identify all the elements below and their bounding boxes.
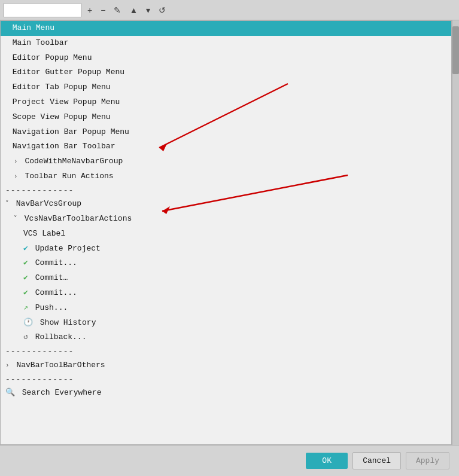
search-input[interactable]	[4, 3, 81, 17]
list-item[interactable]: Scope View Popup Menu	[1, 110, 451, 125]
list-item[interactable]: ✔ Commit...	[1, 256, 451, 271]
separator: -------------	[1, 184, 451, 197]
item-label: Commit...	[35, 258, 77, 267]
chevron-icon: ˅	[5, 199, 9, 210]
green-check-icon: ✔	[23, 287, 28, 300]
bottom-bar: OK Cancel Apply	[0, 445, 459, 476]
green-arrow-icon: ↗	[23, 302, 28, 315]
search-icon: 🔍	[5, 387, 15, 399]
add-button[interactable]: +	[85, 5, 95, 16]
list-item[interactable]: ✔ Commit...	[1, 286, 451, 301]
ok-button[interactable]: OK	[306, 453, 348, 469]
remove-button[interactable]: −	[98, 5, 108, 16]
edit-button[interactable]: ✎	[111, 5, 123, 16]
undo-icon: ↺	[23, 331, 28, 344]
chevron-icon: ›	[14, 172, 18, 182]
item-label: VcsNavBarToolbarActions	[25, 214, 132, 223]
item-label: Navigation Bar Toolbar	[13, 142, 115, 151]
move-up-button[interactable]: ▲	[127, 5, 140, 16]
list-item[interactable]: ✔ Update Project	[1, 242, 451, 257]
list-item[interactable]: ↗ Push...	[1, 301, 451, 316]
list-item[interactable]: Editor Popup Menu	[1, 51, 451, 66]
list-item[interactable]: Project View Popup Menu	[1, 95, 451, 110]
list-item[interactable]: Main Toolbar	[1, 36, 451, 51]
list-item[interactable]: › Toolbar Run Actions	[1, 169, 451, 184]
reset-button[interactable]: ↺	[156, 5, 168, 16]
item-label: Navigation Bar Popup Menu	[13, 127, 129, 136]
move-down-button[interactable]: ▾	[144, 5, 153, 16]
cancel-button[interactable]: Cancel	[352, 452, 401, 469]
list-item[interactable]: Main Menu	[1, 21, 451, 36]
green-check-icon: ✔	[23, 272, 28, 285]
item-label: Rollback...	[35, 332, 87, 341]
item-label: Editor Tab Popup Menu	[13, 83, 111, 91]
item-label: Main Toolbar	[13, 38, 69, 47]
list-item[interactable]: Editor Gutter Popup Menu	[1, 65, 451, 80]
list-item[interactable]: 🔍 Search Everywhere	[1, 386, 451, 401]
clock-icon: 🕐	[23, 317, 33, 329]
list-item[interactable]: Navigation Bar Toolbar	[1, 139, 451, 154]
item-label: Editor Gutter Popup Menu	[13, 68, 124, 77]
scrollbar[interactable]	[452, 20, 459, 445]
main-content: Main Menu Main Toolbar Editor Popup Menu…	[0, 20, 459, 445]
list-item[interactable]: 🕐 Show History	[1, 316, 451, 331]
list-item[interactable]: › CodeWithMeNavbarGroup	[1, 154, 451, 169]
item-label: Commit…	[35, 273, 68, 282]
list-item[interactable]: ˅ VcsNavBarToolbarActions	[1, 212, 451, 227]
item-label: Toolbar Run Actions	[25, 172, 113, 181]
item-label: Scope View Popup Menu	[13, 112, 111, 121]
tree-panel[interactable]: Main Menu Main Toolbar Editor Popup Menu…	[0, 20, 452, 445]
item-label: Push...	[35, 303, 68, 312]
scrollbar-thumb[interactable]	[452, 26, 459, 74]
list-item[interactable]: ˅ NavBarVcsGroup	[1, 197, 451, 212]
item-label: Project View Popup Menu	[13, 97, 120, 106]
item-label: Show History	[40, 318, 96, 327]
list-item[interactable]: ✔ Commit…	[1, 271, 451, 286]
chevron-icon: ˅	[14, 214, 17, 225]
list-item[interactable]: VCS Label	[1, 227, 451, 242]
apply-button[interactable]: Apply	[406, 452, 449, 469]
item-label: Search Everywhere	[22, 388, 102, 397]
item-label: Main Menu	[13, 23, 54, 32]
item-label: Editor Popup Menu	[13, 53, 92, 62]
list-item[interactable]: Editor Tab Popup Menu	[1, 80, 451, 95]
item-label: Commit...	[35, 288, 77, 297]
item-label: VCS Label	[23, 229, 65, 238]
separator: -------------	[1, 373, 451, 386]
separator: -------------	[1, 345, 451, 358]
toolbar: + − ✎ ▲ ▾ ↺	[0, 0, 459, 20]
item-label: NavBarVcsGroup	[16, 199, 81, 208]
green-check-icon: ✔	[23, 257, 28, 270]
list-item[interactable]: Navigation Bar Popup Menu	[1, 125, 451, 140]
chevron-icon: ›	[5, 361, 10, 371]
item-label: Update Project	[35, 244, 101, 253]
item-label: CodeWithMeNavbarGroup	[25, 157, 123, 166]
item-label: NavBarToolBarOthers	[16, 361, 105, 370]
list-item[interactable]: ↺ Rollback...	[1, 330, 451, 345]
chevron-icon: ›	[14, 157, 18, 167]
list-item[interactable]: › NavBarToolBarOthers	[1, 358, 451, 373]
teal-check-icon: ✔	[23, 243, 28, 255]
